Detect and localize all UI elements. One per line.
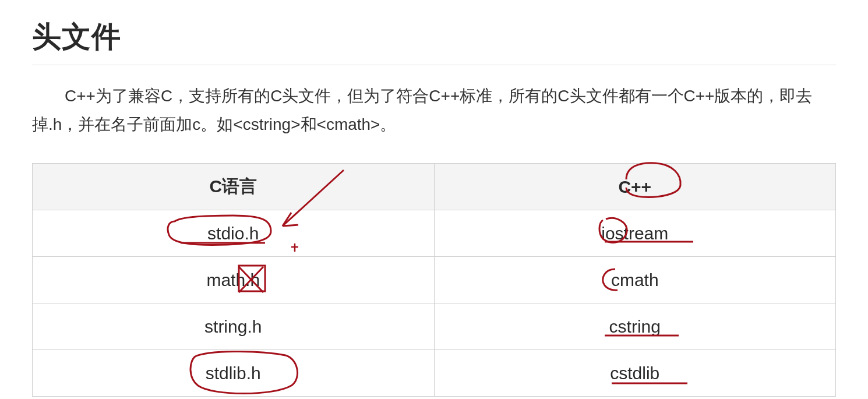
page-title: 头文件 bbox=[32, 17, 836, 65]
cell-c: stdio.h bbox=[33, 210, 435, 257]
cell-c: math.h bbox=[33, 257, 435, 303]
col-header-cpp: C++ bbox=[434, 164, 836, 210]
cell-cpp: cstdlib bbox=[434, 350, 836, 397]
header-file-table: C语言 C++ stdio.h iostream math.h cmath st… bbox=[32, 163, 836, 397]
table-row: stdio.h iostream bbox=[33, 210, 836, 257]
intro-paragraph: C++为了兼容C，支持所有的C头文件，但为了符合C++标准，所有的C头文件都有一… bbox=[32, 82, 836, 139]
cell-cpp: cstring bbox=[434, 303, 836, 350]
cell-cpp: cmath bbox=[434, 257, 836, 303]
table-row: math.h cmath bbox=[33, 257, 836, 303]
table-row: string.h cstring bbox=[33, 303, 836, 350]
cell-c: string.h bbox=[33, 303, 435, 350]
col-header-c: C语言 bbox=[33, 164, 435, 210]
cell-cpp: iostream bbox=[434, 210, 836, 257]
cell-c: stdlib.h bbox=[33, 350, 435, 397]
table-row: stdlib.h cstdlib bbox=[33, 350, 836, 397]
